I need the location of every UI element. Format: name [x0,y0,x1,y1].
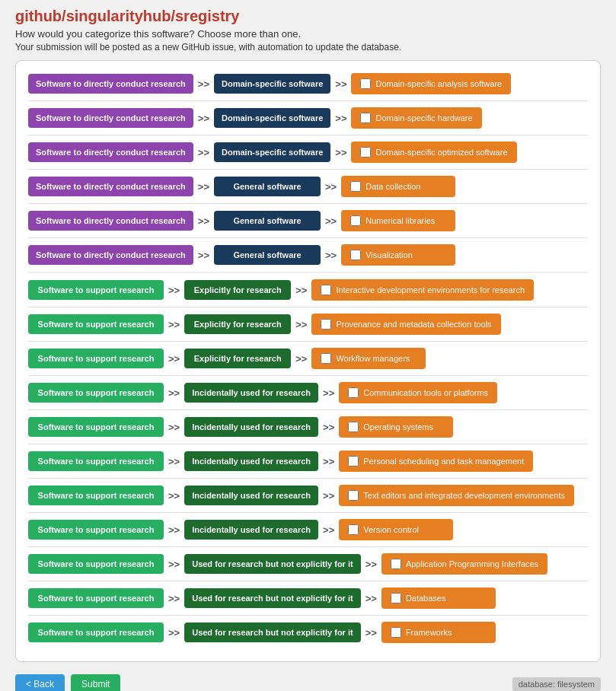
col2-button[interactable]: Used for research but not explicitly for… [184,588,361,608]
col2-button[interactable]: Domain-specific software [214,74,330,94]
back-button[interactable]: < Back [15,674,65,691]
col1-button[interactable]: Software to support research [28,588,164,608]
col3-option[interactable]: Databases [381,588,496,609]
option-checkbox[interactable] [360,113,371,123]
col1-button[interactable]: Software to support research [28,486,164,505]
col1-button[interactable]: Software to directly conduct research [28,74,193,94]
col1-button[interactable]: Software to directly conduct research [28,245,193,265]
col2-button[interactable]: Domain-specific software [214,142,330,162]
chevron-icon: >> [198,215,209,227]
col1-button[interactable]: Software to support research [28,554,164,574]
col1-button[interactable]: Software to support research [28,417,164,437]
row-divider [28,237,588,238]
table-row: Software to directly conduct research>>G… [28,210,588,231]
col1-button[interactable]: Software to support research [28,280,164,300]
option-checkbox[interactable] [321,319,331,330]
chevron-icon: >> [168,387,180,399]
chevron-icon: >> [295,353,307,365]
col3-option[interactable]: Visualization [341,244,455,266]
option-label: Databases [406,594,446,603]
table-row: Software to support research>>Used for r… [28,553,588,575]
col2-button[interactable]: Incidentally used for research [184,383,318,403]
table-row: Software to support research>>Explicitly… [28,348,588,369]
table-row: Software to support research>>Incidental… [28,485,588,506]
col2-button[interactable]: Incidentally used for research [184,520,318,540]
option-checkbox[interactable] [350,181,361,192]
chevron-icon: >> [295,319,307,330]
chevron-icon: >> [198,78,209,90]
option-checkbox[interactable] [348,490,359,501]
col2-button[interactable]: General software [214,211,321,231]
col3-option[interactable]: Provenance and metadata collection tools [311,314,500,335]
col3-option[interactable]: Domain-specific hardware [351,107,481,129]
option-checkbox[interactable] [391,593,401,603]
option-checkbox[interactable] [360,147,371,158]
chevron-icon: >> [168,456,180,467]
col2-button[interactable]: Explicitly for research [184,280,291,300]
option-checkbox[interactable] [391,559,401,569]
col1-button[interactable]: Software to support research [28,383,164,403]
row-divider [28,478,588,479]
col3-option[interactable]: Numerical libraries [341,210,455,231]
option-checkbox[interactable] [350,250,361,260]
col1-button[interactable]: Software to support research [28,349,164,368]
col1-button[interactable]: Software to directly conduct research [28,177,193,196]
option-checkbox[interactable] [321,285,331,295]
col3-option[interactable]: Domain-specific analysis software [351,73,511,94]
option-checkbox[interactable] [360,78,371,89]
table-row: Software to directly conduct research>>G… [28,176,588,197]
col1-button[interactable]: Software to directly conduct research [28,211,193,231]
col3-option[interactable]: Data collection [341,176,455,197]
col3-option[interactable]: Workflow managers [311,348,426,369]
option-label: Visualization [365,250,413,260]
chevron-icon: >> [198,250,209,261]
col3-option[interactable]: Operating systems [339,416,453,438]
col2-button[interactable]: Incidentally used for research [184,451,318,471]
row-divider [28,409,588,410]
option-checkbox[interactable] [391,627,401,638]
col1-button[interactable]: Software to support research [28,520,164,540]
option-checkbox[interactable] [348,524,359,535]
footer: < Back Submit database: filesystem [15,674,601,691]
chevron-icon: >> [198,113,209,124]
page-title[interactable]: github/singularityhub/sregistry [15,8,601,25]
option-label: Domain-specific optimized software [375,148,507,157]
option-checkbox[interactable] [321,353,331,364]
chevron-icon: >> [168,422,180,433]
col2-button[interactable]: Domain-specific software [214,108,330,128]
chevron-icon: >> [168,490,180,502]
col2-button[interactable]: General software [214,177,321,196]
col3-option[interactable]: Domain-specific optimized software [351,142,516,163]
col2-button[interactable]: General software [214,245,321,265]
option-checkbox[interactable] [350,215,361,226]
option-checkbox[interactable] [348,387,359,398]
chevron-icon: >> [325,250,337,261]
col1-button[interactable]: Software to directly conduct research [28,108,193,128]
col2-button[interactable]: Incidentally used for research [184,486,318,505]
col3-option[interactable]: Frameworks [381,622,496,643]
col3-option[interactable]: Application Programming Interfaces [381,553,547,575]
col3-option[interactable]: Text editors and integrated development … [339,485,574,506]
option-checkbox[interactable] [348,456,359,467]
col3-option[interactable]: Personal scheduling and task management [339,451,533,472]
chevron-icon: >> [325,181,337,193]
chevron-icon: >> [335,113,346,124]
col1-button[interactable]: Software to directly conduct research [28,142,193,162]
chevron-icon: >> [325,215,337,227]
col2-button[interactable]: Explicitly for research [184,314,291,334]
option-label: Version control [363,525,419,534]
col1-button[interactable]: Software to support research [28,314,164,334]
col3-option[interactable]: Communication tools or platforms [339,382,497,403]
col1-button[interactable]: Software to support research [28,623,164,642]
col2-button[interactable]: Used for research but not explicitly for… [184,554,361,574]
col3-option[interactable]: Version control [339,519,453,540]
option-label: Data collection [365,182,420,191]
col3-option[interactable]: Interactive development environments for… [311,279,534,301]
option-checkbox[interactable] [348,422,359,432]
col1-button[interactable]: Software to support research [28,451,164,471]
submit-button[interactable]: Submit [71,674,120,691]
table-row: Software to support research>>Explicitly… [28,279,588,301]
col2-button[interactable]: Incidentally used for research [184,417,318,437]
col2-button[interactable]: Used for research but not explicitly for… [184,623,361,642]
col2-button[interactable]: Explicitly for research [184,349,291,368]
